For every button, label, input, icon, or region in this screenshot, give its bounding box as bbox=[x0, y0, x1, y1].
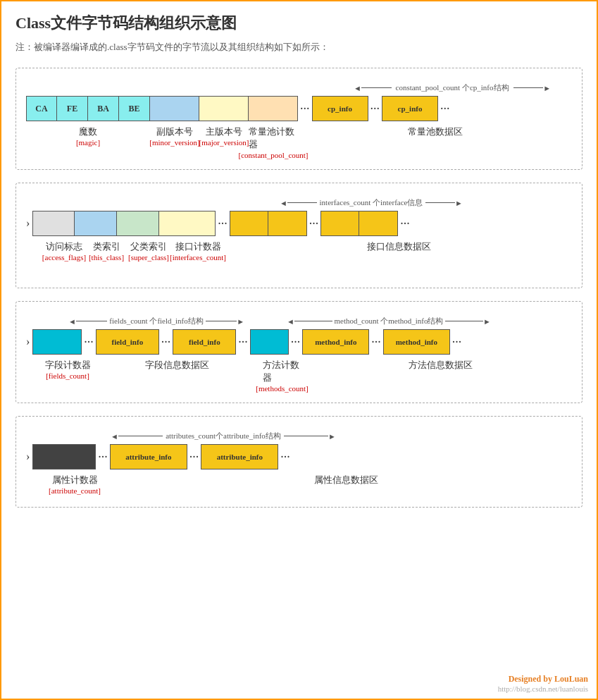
label-minor-text: 副版本号 bbox=[156, 125, 193, 138]
label-major-text: 主版本号 bbox=[206, 125, 242, 138]
box-iface1 bbox=[230, 211, 268, 236]
label-fcount-text: 字段计数器 bbox=[45, 359, 91, 372]
label-mcount-sub: [methods_count] bbox=[256, 384, 309, 393]
box-ai2: attribute_info bbox=[201, 444, 278, 469]
dots12: ··· bbox=[452, 335, 462, 350]
cont-arrow-4: › bbox=[26, 450, 30, 463]
box-mi1: method_info bbox=[302, 329, 369, 355]
section3-arrow-left: fields_count 个field_info结构 bbox=[109, 316, 204, 326]
label-adata-text: 属性信息数据区 bbox=[314, 474, 378, 486]
label-acount-sub: [attribute_count] bbox=[49, 486, 101, 495]
section1: ◄ constant_pool_count 个cp_info结构 ► CA FE… bbox=[15, 68, 583, 170]
watermark: Designed by LouLuan http://blog.csdn.net… bbox=[498, 674, 588, 693]
box-acount bbox=[32, 444, 96, 469]
box-fcount bbox=[32, 329, 82, 355]
label-super-text: 父类索引 bbox=[130, 240, 167, 253]
box-super bbox=[117, 211, 159, 236]
box-fe: FE bbox=[57, 96, 88, 121]
watermark-designed: Designed by LouLuan bbox=[498, 674, 588, 684]
dots3: ··· bbox=[440, 102, 450, 116]
label-fcount-sub: [fields_count] bbox=[46, 372, 89, 380]
box-ca: CA bbox=[26, 96, 57, 121]
watermark-url: http://blog.csdn.net/luanlouis bbox=[498, 684, 588, 693]
dots4: ··· bbox=[218, 216, 228, 231]
box-fi1: field_info bbox=[96, 329, 159, 355]
dots10: ··· bbox=[291, 335, 301, 350]
dots6: ··· bbox=[400, 216, 410, 231]
box-iface4 bbox=[359, 211, 398, 236]
dots7: ··· bbox=[84, 335, 94, 350]
label-minor-sub: [minor_version] bbox=[149, 138, 199, 147]
box-icount bbox=[159, 211, 216, 236]
dots8: ··· bbox=[161, 335, 171, 350]
label-this-sub: [this_class] bbox=[89, 253, 124, 262]
box-major bbox=[199, 96, 249, 121]
label-mdata-text: 方法信息数据区 bbox=[409, 359, 473, 372]
box-minor bbox=[150, 96, 199, 121]
box-iface2 bbox=[268, 211, 307, 236]
label-this-text: 类索引 bbox=[93, 240, 120, 253]
section2: ◄ interfaces_count 个interface信息 ► › ··· bbox=[15, 183, 583, 288]
label-magic-text: 魔数 bbox=[79, 125, 97, 138]
label-icount-sub: [interfaces_count] bbox=[170, 253, 226, 262]
dots11: ··· bbox=[371, 335, 381, 350]
subtitle: 注：被编译器编译成的.class字节码文件的字节流以及其组织结构如下如所示： bbox=[15, 41, 583, 54]
label-icount-text: 接口计数器 bbox=[175, 240, 221, 253]
box-be: BE bbox=[119, 96, 150, 121]
dots13: ··· bbox=[98, 450, 108, 465]
label-super-sub: [super_class] bbox=[128, 253, 169, 262]
dots9: ··· bbox=[238, 335, 248, 350]
box-cp-info1: cp_info bbox=[312, 96, 368, 121]
box-ai1: attribute_info bbox=[110, 444, 187, 469]
box-this bbox=[75, 211, 117, 236]
label-access-sub: [access_flags] bbox=[42, 253, 86, 262]
label-cpdata-text: 常量池数据区 bbox=[408, 125, 463, 138]
label-major-sub: [major_version] bbox=[199, 138, 249, 147]
page-title: Class文件字节码结构组织示意图 bbox=[15, 13, 583, 34]
box-iface3 bbox=[320, 211, 359, 236]
label-fdata-text: 字段信息数据区 bbox=[145, 359, 209, 372]
box-mi2: method_info bbox=[383, 329, 450, 355]
dots2: ··· bbox=[370, 102, 380, 116]
section2-arrow-label: interfaces_count 个interface信息 bbox=[320, 197, 423, 208]
label-magic-sub: [magic] bbox=[76, 138, 100, 147]
box-mcount bbox=[250, 329, 289, 355]
label-idata-text: 接口信息数据区 bbox=[367, 240, 431, 253]
label-access-text: 访问标志 bbox=[46, 240, 82, 253]
section3-arrow-right: method_count 个method_info结构 bbox=[335, 316, 444, 326]
cont-arrow-3: › bbox=[26, 336, 30, 348]
label-mcount-text: 方法计数器 bbox=[263, 359, 301, 384]
section1-arrow-label: constant_pool_count 个cp_info结构 bbox=[396, 82, 509, 93]
cont-arrow-2: › bbox=[26, 217, 30, 230]
section4-arrow-label: attributes_count个attribute_info结构 bbox=[166, 431, 281, 441]
box-access bbox=[32, 211, 75, 236]
box-ba: BA bbox=[88, 96, 119, 121]
dots14: ··· bbox=[189, 450, 199, 465]
label-cpcount-text: 常量池计数器 bbox=[249, 125, 298, 151]
box-cp-info2: cp_info bbox=[382, 96, 438, 121]
dots5: ··· bbox=[309, 216, 319, 231]
box-fi2: field_info bbox=[173, 329, 236, 355]
label-acount-text: 属性计数器 bbox=[52, 474, 98, 486]
section4: ◄ attributes_count个attribute_info结构 ► › … bbox=[15, 416, 583, 508]
section3: ◄ fields_count 个field_info结构 ► ◄ method_… bbox=[15, 301, 583, 403]
label-cpcount-sub: [constant_pool_count] bbox=[239, 151, 309, 159]
box-cp-count bbox=[249, 96, 298, 121]
dots1: ··· bbox=[300, 102, 310, 116]
dots15: ··· bbox=[280, 450, 290, 465]
